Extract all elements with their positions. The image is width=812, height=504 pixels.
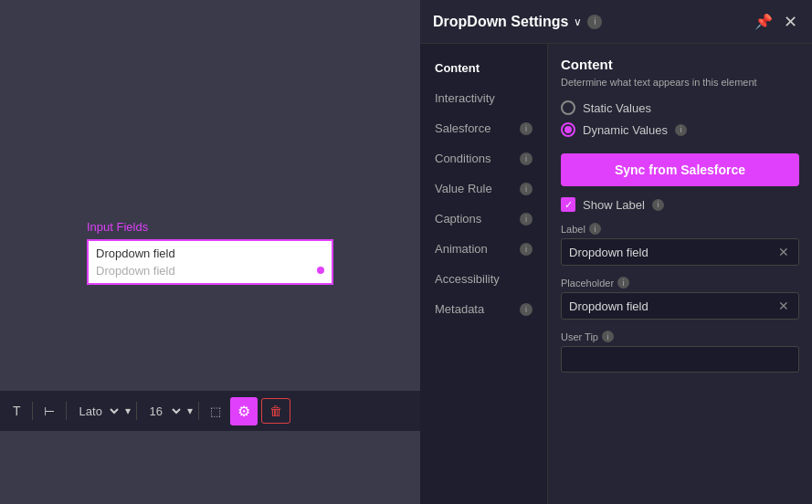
- placeholder-input[interactable]: [569, 299, 776, 313]
- panel-title-row: DropDown Settings ∨ i: [433, 14, 602, 30]
- link-button[interactable]: ⬚: [205, 401, 227, 422]
- user-tip-field-group: User Tip i: [561, 331, 799, 373]
- animation-info-icon: i: [520, 243, 533, 256]
- panel-nav: Content Interactivity Salesforce i Condi…: [420, 44, 548, 504]
- show-label-checkbox[interactable]: ✓: [561, 197, 575, 212]
- placeholder-field-label: Placeholder i: [561, 277, 799, 289]
- nav-item-captions[interactable]: Captions i: [420, 204, 547, 234]
- dropdown-arrow-dot: [317, 267, 324, 274]
- settings-panel: DropDown Settings ∨ i 📌 ✕ Content Intera…: [420, 0, 812, 504]
- label-clear-button[interactable]: ✕: [776, 245, 791, 259]
- font-size-select[interactable]: 16: [142, 402, 184, 421]
- toolbar-separator-3: [136, 402, 137, 420]
- nav-item-interactivity[interactable]: Interactivity: [420, 83, 547, 113]
- text-format-button[interactable]: T: [7, 400, 26, 422]
- font-select[interactable]: Lato: [72, 402, 121, 421]
- metadata-info-icon: i: [520, 303, 533, 316]
- user-tip-field-label: User Tip i: [561, 331, 799, 342]
- show-label-info-icon: i: [652, 199, 664, 211]
- bottom-toolbar: T ⊢ Lato ▾ 16 ▾ ⬚ ⚙ 🗑: [0, 391, 420, 431]
- dynamic-values-radio[interactable]: [561, 122, 575, 137]
- nav-item-conditions[interactable]: Conditions i: [420, 143, 547, 173]
- nav-item-value-rule-label: Value Rule: [435, 182, 492, 195]
- dropdown-field-container[interactable]: Dropdown field Dropdown field: [87, 239, 333, 285]
- nav-item-content[interactable]: Content: [420, 53, 547, 83]
- dropdown-title: Dropdown field: [96, 247, 324, 260]
- content-section-title: Content: [561, 57, 799, 72]
- nav-item-salesforce-label: Salesforce: [435, 121, 490, 135]
- sync-salesforce-button[interactable]: Sync from Salesforce: [561, 153, 799, 186]
- close-button[interactable]: ✕: [782, 10, 799, 34]
- input-fields-label: Input Fields: [87, 220, 148, 234]
- placeholder-info-icon: i: [617, 277, 629, 289]
- label-input-row: ✕: [561, 238, 799, 266]
- nav-item-metadata[interactable]: Metadata i: [420, 294, 547, 324]
- placeholder-clear-button[interactable]: ✕: [776, 299, 791, 313]
- user-tip-info-icon: i: [602, 331, 614, 342]
- nav-item-accessibility-label: Accessibility: [435, 272, 500, 286]
- user-tip-input-row: [561, 346, 799, 373]
- panel-info-badge[interactable]: i: [587, 15, 602, 29]
- nav-item-animation-label: Animation: [435, 242, 488, 256]
- user-tip-input[interactable]: [569, 352, 791, 366]
- label-field-label: Label i: [561, 223, 799, 235]
- toolbar-separator-4: [198, 402, 199, 420]
- placeholder-field-group: Placeholder i ✕: [561, 277, 799, 320]
- nav-item-interactivity-label: Interactivity: [435, 91, 495, 105]
- static-values-radio[interactable]: [561, 100, 575, 115]
- nav-item-content-label: Content: [435, 61, 480, 75]
- panel-title: DropDown Settings: [433, 14, 568, 30]
- label-input[interactable]: [569, 246, 776, 259]
- panel-content: Content Determine what text appears in t…: [548, 44, 812, 504]
- dynamic-values-option[interactable]: Dynamic Values i: [561, 122, 799, 137]
- nav-item-animation[interactable]: Animation i: [420, 234, 547, 264]
- pin-button[interactable]: 📌: [753, 11, 775, 32]
- nav-item-salesforce[interactable]: Salesforce i: [420, 113, 547, 143]
- chevron-down-icon[interactable]: ∨: [574, 16, 582, 28]
- show-label-text: Show Label: [583, 198, 645, 212]
- dynamic-values-info-icon: i: [675, 124, 687, 136]
- nav-item-captions-label: Captions: [435, 212, 481, 226]
- canvas-inner: Input Fields Dropdown field Dropdown fie…: [87, 220, 333, 285]
- align-button[interactable]: ⊢: [38, 400, 60, 422]
- panel-header: DropDown Settings ∨ i 📌 ✕: [420, 0, 812, 44]
- dropdown-select-row: Dropdown field: [96, 264, 324, 278]
- static-values-option[interactable]: Static Values: [561, 100, 799, 115]
- checkmark-icon: ✓: [564, 199, 573, 211]
- panel-body: Content Interactivity Salesforce i Condi…: [420, 44, 812, 504]
- gear-button[interactable]: ⚙: [230, 397, 258, 425]
- toolbar-separator-1: [32, 402, 33, 420]
- label-info-icon: i: [589, 223, 601, 235]
- nav-item-accessibility[interactable]: Accessibility: [420, 264, 547, 294]
- panel-header-actions: 📌 ✕: [753, 10, 799, 34]
- label-field-group: Label i ✕: [561, 223, 799, 266]
- show-label-row: ✓ Show Label i: [561, 197, 799, 212]
- content-subtitle: Determine what text appears in this elem…: [561, 76, 799, 89]
- nav-item-value-rule[interactable]: Value Rule i: [420, 173, 547, 204]
- nav-item-conditions-label: Conditions: [435, 152, 490, 165]
- dynamic-values-label: Dynamic Values: [583, 123, 668, 137]
- static-values-label: Static Values: [583, 101, 651, 115]
- nav-item-metadata-label: Metadata: [435, 302, 484, 316]
- conditions-info-icon: i: [520, 152, 533, 165]
- placeholder-input-row: ✕: [561, 292, 799, 320]
- dropdown-placeholder: Dropdown field: [96, 264, 313, 278]
- value-rule-info-icon: i: [520, 183, 533, 195]
- toolbar-separator-2: [66, 402, 67, 420]
- delete-button[interactable]: 🗑: [261, 398, 290, 424]
- salesforce-info-icon: i: [520, 122, 533, 135]
- captions-info-icon: i: [520, 213, 533, 226]
